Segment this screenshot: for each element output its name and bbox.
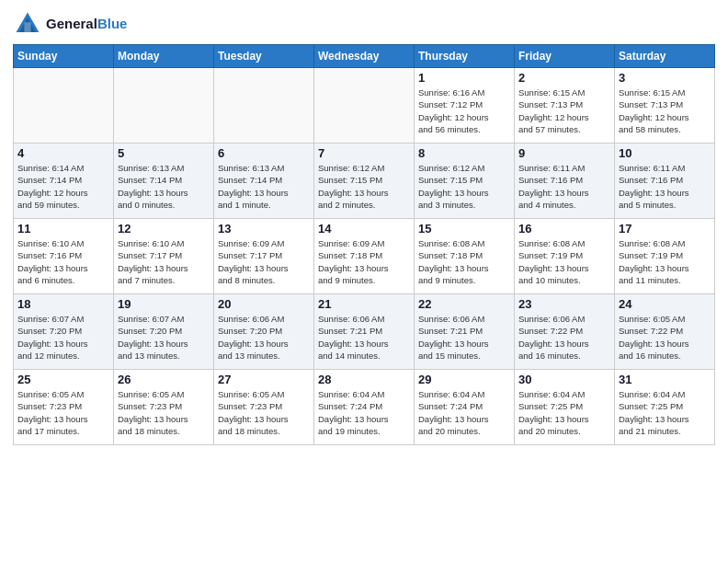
col-header-saturday: Saturday [615, 45, 715, 68]
day-number: 30 [518, 373, 610, 386]
calendar-cell: 13Sunrise: 6:09 AM Sunset: 7:17 PM Dayli… [214, 219, 314, 294]
calendar-week-5: 25Sunrise: 6:05 AM Sunset: 7:23 PM Dayli… [14, 370, 715, 445]
day-number: 27 [218, 373, 310, 386]
day-number: 23 [518, 297, 610, 311]
day-info: Sunrise: 6:06 AM Sunset: 7:21 PM Dayligh… [318, 313, 410, 362]
calendar-cell: 17Sunrise: 6:08 AM Sunset: 7:19 PM Dayli… [615, 219, 715, 294]
day-number: 17 [619, 222, 711, 236]
calendar-cell [114, 68, 214, 144]
day-number: 13 [218, 222, 310, 236]
day-number: 4 [17, 146, 109, 160]
calendar-cell [14, 68, 114, 144]
calendar-cell: 23Sunrise: 6:06 AM Sunset: 7:22 PM Dayli… [515, 294, 615, 370]
day-info: Sunrise: 6:13 AM Sunset: 7:14 PM Dayligh… [118, 162, 210, 211]
col-header-sunday: Sunday [14, 45, 114, 68]
day-info: Sunrise: 6:14 AM Sunset: 7:14 PM Dayligh… [17, 162, 109, 211]
calendar-cell: 3Sunrise: 6:15 AM Sunset: 7:13 PM Daylig… [615, 68, 715, 144]
day-number: 22 [418, 297, 510, 311]
day-info: Sunrise: 6:08 AM Sunset: 7:19 PM Dayligh… [518, 237, 610, 286]
calendar-cell: 12Sunrise: 6:10 AM Sunset: 7:17 PM Dayli… [114, 219, 214, 294]
page: GeneralBlue SundayMondayTuesdayWednesday… [0, 0, 728, 563]
calendar-cell: 9Sunrise: 6:11 AM Sunset: 7:16 PM Daylig… [515, 144, 615, 219]
day-info: Sunrise: 6:06 AM Sunset: 7:20 PM Dayligh… [218, 313, 310, 362]
day-number: 5 [118, 146, 210, 160]
col-header-tuesday: Tuesday [214, 45, 314, 68]
calendar-week-2: 4Sunrise: 6:14 AM Sunset: 7:14 PM Daylig… [14, 144, 715, 219]
day-info: Sunrise: 6:10 AM Sunset: 7:16 PM Dayligh… [17, 237, 109, 286]
calendar-cell: 29Sunrise: 6:04 AM Sunset: 7:24 PM Dayli… [415, 370, 515, 445]
calendar-cell: 22Sunrise: 6:06 AM Sunset: 7:21 PM Dayli… [415, 294, 515, 370]
day-number: 7 [318, 146, 410, 160]
calendar-cell: 1Sunrise: 6:16 AM Sunset: 7:12 PM Daylig… [415, 68, 515, 144]
day-number: 28 [318, 373, 410, 386]
day-info: Sunrise: 6:05 AM Sunset: 7:23 PM Dayligh… [17, 388, 109, 437]
day-number: 8 [418, 146, 510, 160]
day-info: Sunrise: 6:12 AM Sunset: 7:15 PM Dayligh… [418, 162, 510, 211]
calendar: SundayMondayTuesdayWednesdayThursdayFrid… [13, 44, 715, 445]
calendar-cell: 2Sunrise: 6:15 AM Sunset: 7:13 PM Daylig… [515, 68, 615, 144]
calendar-header-row: SundayMondayTuesdayWednesdayThursdayFrid… [14, 45, 715, 68]
calendar-cell: 25Sunrise: 6:05 AM Sunset: 7:23 PM Dayli… [14, 370, 114, 445]
header: GeneralBlue [13, 9, 715, 39]
svg-rect-2 [24, 22, 30, 32]
calendar-cell: 28Sunrise: 6:04 AM Sunset: 7:24 PM Dayli… [314, 370, 415, 445]
day-number: 2 [518, 71, 610, 85]
day-number: 29 [418, 373, 510, 386]
logo-icon [13, 9, 42, 39]
day-info: Sunrise: 6:04 AM Sunset: 7:24 PM Dayligh… [418, 388, 510, 437]
calendar-cell [314, 68, 415, 144]
calendar-cell: 21Sunrise: 6:06 AM Sunset: 7:21 PM Dayli… [314, 294, 415, 370]
calendar-week-4: 18Sunrise: 6:07 AM Sunset: 7:20 PM Dayli… [14, 294, 715, 370]
calendar-cell [214, 68, 314, 144]
calendar-cell: 8Sunrise: 6:12 AM Sunset: 7:15 PM Daylig… [415, 144, 515, 219]
day-number: 12 [118, 222, 210, 236]
calendar-cell: 5Sunrise: 6:13 AM Sunset: 7:14 PM Daylig… [114, 144, 214, 219]
calendar-cell: 15Sunrise: 6:08 AM Sunset: 7:18 PM Dayli… [415, 219, 515, 294]
day-number: 10 [619, 146, 711, 160]
day-info: Sunrise: 6:15 AM Sunset: 7:13 PM Dayligh… [619, 86, 711, 135]
day-number: 9 [518, 146, 610, 160]
day-info: Sunrise: 6:09 AM Sunset: 7:18 PM Dayligh… [318, 237, 410, 286]
calendar-cell: 26Sunrise: 6:05 AM Sunset: 7:23 PM Dayli… [114, 370, 214, 445]
calendar-cell: 31Sunrise: 6:04 AM Sunset: 7:25 PM Dayli… [615, 370, 715, 445]
day-info: Sunrise: 6:04 AM Sunset: 7:24 PM Dayligh… [318, 388, 410, 437]
day-info: Sunrise: 6:11 AM Sunset: 7:16 PM Dayligh… [518, 162, 610, 211]
col-header-friday: Friday [515, 45, 615, 68]
day-info: Sunrise: 6:06 AM Sunset: 7:21 PM Dayligh… [418, 313, 510, 362]
day-number: 31 [619, 373, 711, 386]
day-number: 24 [619, 297, 711, 311]
day-info: Sunrise: 6:07 AM Sunset: 7:20 PM Dayligh… [118, 313, 210, 362]
calendar-cell: 7Sunrise: 6:12 AM Sunset: 7:15 PM Daylig… [314, 144, 415, 219]
calendar-cell: 10Sunrise: 6:11 AM Sunset: 7:16 PM Dayli… [615, 144, 715, 219]
calendar-cell: 14Sunrise: 6:09 AM Sunset: 7:18 PM Dayli… [314, 219, 415, 294]
day-info: Sunrise: 6:15 AM Sunset: 7:13 PM Dayligh… [518, 86, 610, 135]
day-number: 19 [118, 297, 210, 311]
day-number: 25 [17, 373, 109, 386]
day-info: Sunrise: 6:11 AM Sunset: 7:16 PM Dayligh… [619, 162, 711, 211]
day-info: Sunrise: 6:13 AM Sunset: 7:14 PM Dayligh… [218, 162, 310, 211]
day-number: 14 [318, 222, 410, 236]
logo: GeneralBlue [13, 9, 127, 39]
col-header-monday: Monday [114, 45, 214, 68]
day-info: Sunrise: 6:05 AM Sunset: 7:22 PM Dayligh… [619, 313, 711, 362]
day-info: Sunrise: 6:10 AM Sunset: 7:17 PM Dayligh… [118, 237, 210, 286]
day-number: 6 [218, 146, 310, 160]
day-info: Sunrise: 6:05 AM Sunset: 7:23 PM Dayligh… [218, 388, 310, 437]
day-number: 1 [418, 71, 510, 85]
day-info: Sunrise: 6:06 AM Sunset: 7:22 PM Dayligh… [518, 313, 610, 362]
day-number: 21 [318, 297, 410, 311]
calendar-week-1: 1Sunrise: 6:16 AM Sunset: 7:12 PM Daylig… [14, 68, 715, 144]
col-header-thursday: Thursday [415, 45, 515, 68]
day-info: Sunrise: 6:08 AM Sunset: 7:18 PM Dayligh… [418, 237, 510, 286]
day-number: 3 [619, 71, 711, 85]
logo-text: GeneralBlue [46, 16, 127, 32]
calendar-cell: 16Sunrise: 6:08 AM Sunset: 7:19 PM Dayli… [515, 219, 615, 294]
day-number: 15 [418, 222, 510, 236]
calendar-cell: 18Sunrise: 6:07 AM Sunset: 7:20 PM Dayli… [14, 294, 114, 370]
day-info: Sunrise: 6:12 AM Sunset: 7:15 PM Dayligh… [318, 162, 410, 211]
calendar-cell: 11Sunrise: 6:10 AM Sunset: 7:16 PM Dayli… [14, 219, 114, 294]
day-number: 18 [17, 297, 109, 311]
day-info: Sunrise: 6:05 AM Sunset: 7:23 PM Dayligh… [118, 388, 210, 437]
day-info: Sunrise: 6:09 AM Sunset: 7:17 PM Dayligh… [218, 237, 310, 286]
calendar-cell: 20Sunrise: 6:06 AM Sunset: 7:20 PM Dayli… [214, 294, 314, 370]
